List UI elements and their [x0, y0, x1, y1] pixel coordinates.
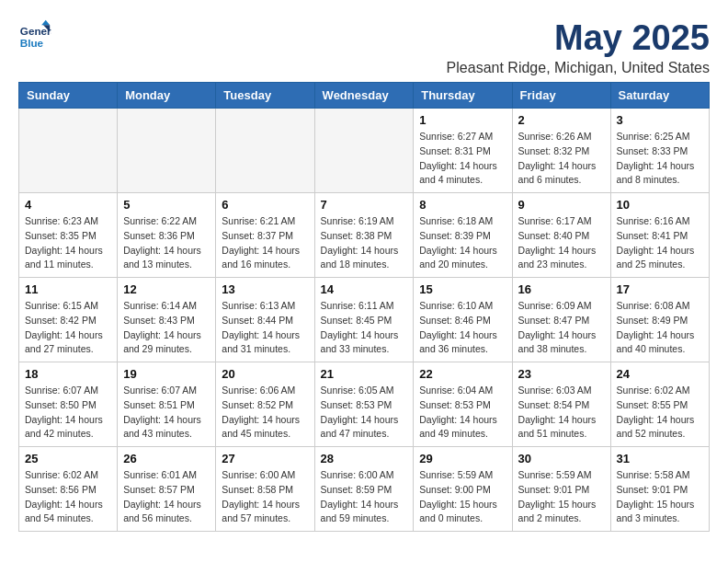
calendar-cell: 1Sunrise: 6:27 AM Sunset: 8:31 PM Daylig… [414, 109, 512, 193]
page-header: General Blue May 2025 Pleasant Ridge, Mi… [18, 18, 710, 76]
day-info: Sunrise: 6:22 AM Sunset: 8:36 PM Dayligh… [123, 214, 210, 272]
day-number: 24 [617, 367, 703, 381]
day-number: 17 [617, 282, 703, 296]
day-number: 8 [419, 198, 506, 212]
day-info: Sunrise: 6:19 AM Sunset: 8:38 PM Dayligh… [321, 214, 408, 272]
logo: General Blue [18, 18, 51, 52]
day-number: 5 [123, 198, 210, 212]
weekday-header-monday: Monday [118, 83, 216, 109]
weekday-header-saturday: Saturday [610, 83, 709, 109]
day-info: Sunrise: 6:21 AM Sunset: 8:37 PM Dayligh… [222, 214, 308, 272]
calendar-cell [216, 109, 314, 193]
calendar-table: SundayMondayTuesdayWednesdayThursdayFrid… [18, 82, 710, 532]
calendar-cell: 24Sunrise: 6:02 AM Sunset: 8:55 PM Dayli… [610, 362, 709, 447]
calendar-cell: 8Sunrise: 6:18 AM Sunset: 8:39 PM Daylig… [414, 193, 512, 278]
weekday-header-tuesday: Tuesday [216, 83, 314, 109]
day-info: Sunrise: 6:17 AM Sunset: 8:40 PM Dayligh… [518, 214, 605, 272]
day-number: 12 [123, 282, 210, 296]
day-number: 11 [25, 282, 111, 296]
calendar-cell [19, 109, 118, 193]
calendar-cell [118, 109, 216, 193]
day-number: 25 [25, 452, 111, 465]
calendar-cell: 5Sunrise: 6:22 AM Sunset: 8:36 PM Daylig… [118, 193, 216, 278]
day-number: 23 [518, 367, 605, 381]
day-info: Sunrise: 5:59 AM Sunset: 9:01 PM Dayligh… [518, 468, 605, 526]
calendar-cell: 28Sunrise: 6:00 AM Sunset: 8:59 PM Dayli… [314, 447, 414, 532]
calendar-cell: 16Sunrise: 6:09 AM Sunset: 8:47 PM Dayli… [512, 278, 610, 362]
calendar-cell: 19Sunrise: 6:07 AM Sunset: 8:51 PM Dayli… [118, 362, 216, 447]
day-number: 28 [321, 452, 408, 465]
day-info: Sunrise: 6:15 AM Sunset: 8:42 PM Dayligh… [25, 299, 111, 357]
day-number: 4 [25, 198, 111, 212]
week-row-5: 25Sunrise: 6:02 AM Sunset: 8:56 PM Dayli… [19, 447, 710, 532]
calendar-cell: 7Sunrise: 6:19 AM Sunset: 8:38 PM Daylig… [314, 193, 414, 278]
calendar-cell: 30Sunrise: 5:59 AM Sunset: 9:01 PM Dayli… [512, 447, 610, 532]
day-number: 30 [518, 452, 605, 465]
day-info: Sunrise: 6:27 AM Sunset: 8:31 PM Dayligh… [419, 130, 506, 188]
day-number: 13 [222, 282, 308, 296]
day-info: Sunrise: 6:14 AM Sunset: 8:43 PM Dayligh… [123, 299, 210, 357]
day-info: Sunrise: 6:13 AM Sunset: 8:44 PM Dayligh… [222, 299, 308, 357]
day-info: Sunrise: 6:26 AM Sunset: 8:32 PM Dayligh… [518, 130, 605, 188]
day-info: Sunrise: 6:02 AM Sunset: 8:55 PM Dayligh… [617, 384, 703, 442]
calendar-cell: 31Sunrise: 5:58 AM Sunset: 9:01 PM Dayli… [610, 447, 709, 532]
day-info: Sunrise: 6:11 AM Sunset: 8:45 PM Dayligh… [321, 299, 408, 357]
day-number: 7 [321, 198, 408, 212]
day-number: 27 [222, 452, 308, 465]
calendar-cell: 6Sunrise: 6:21 AM Sunset: 8:37 PM Daylig… [216, 193, 314, 278]
calendar-cell [314, 109, 414, 193]
svg-marker-2 [41, 20, 50, 25]
day-number: 18 [25, 367, 111, 381]
weekday-header-row: SundayMondayTuesdayWednesdayThursdayFrid… [19, 83, 710, 109]
day-info: Sunrise: 6:00 AM Sunset: 8:58 PM Dayligh… [222, 468, 308, 526]
calendar-cell: 17Sunrise: 6:08 AM Sunset: 8:49 PM Dayli… [610, 278, 709, 362]
day-number: 14 [321, 282, 408, 296]
calendar-cell: 13Sunrise: 6:13 AM Sunset: 8:44 PM Dayli… [216, 278, 314, 362]
day-number: 9 [518, 198, 605, 212]
day-info: Sunrise: 6:10 AM Sunset: 8:46 PM Dayligh… [419, 299, 506, 357]
calendar-cell: 25Sunrise: 6:02 AM Sunset: 8:56 PM Dayli… [19, 447, 118, 532]
day-info: Sunrise: 6:18 AM Sunset: 8:39 PM Dayligh… [419, 214, 506, 272]
week-row-1: 1Sunrise: 6:27 AM Sunset: 8:31 PM Daylig… [19, 109, 710, 193]
day-number: 22 [419, 367, 506, 381]
calendar-cell: 10Sunrise: 6:16 AM Sunset: 8:41 PM Dayli… [610, 193, 709, 278]
day-number: 20 [222, 367, 308, 381]
location-title: Pleasant Ridge, Michigan, United States [447, 60, 710, 76]
day-info: Sunrise: 5:58 AM Sunset: 9:01 PM Dayligh… [617, 468, 703, 526]
calendar-cell: 12Sunrise: 6:14 AM Sunset: 8:43 PM Dayli… [118, 278, 216, 362]
day-number: 26 [123, 452, 210, 465]
weekday-header-friday: Friday [512, 83, 610, 109]
day-number: 31 [617, 452, 703, 465]
day-number: 16 [518, 282, 605, 296]
day-info: Sunrise: 6:16 AM Sunset: 8:41 PM Dayligh… [617, 214, 703, 272]
calendar-cell: 22Sunrise: 6:04 AM Sunset: 8:53 PM Dayli… [414, 362, 512, 447]
calendar-cell: 26Sunrise: 6:01 AM Sunset: 8:57 PM Dayli… [118, 447, 216, 532]
day-info: Sunrise: 6:03 AM Sunset: 8:54 PM Dayligh… [518, 384, 605, 442]
calendar-cell: 14Sunrise: 6:11 AM Sunset: 8:45 PM Dayli… [314, 278, 414, 362]
calendar-cell: 9Sunrise: 6:17 AM Sunset: 8:40 PM Daylig… [512, 193, 610, 278]
day-number: 10 [617, 198, 703, 212]
day-info: Sunrise: 5:59 AM Sunset: 9:00 PM Dayligh… [419, 468, 506, 526]
calendar-cell: 15Sunrise: 6:10 AM Sunset: 8:46 PM Dayli… [414, 278, 512, 362]
calendar-cell: 18Sunrise: 6:07 AM Sunset: 8:50 PM Dayli… [19, 362, 118, 447]
day-info: Sunrise: 6:01 AM Sunset: 8:57 PM Dayligh… [123, 468, 210, 526]
calendar-cell: 2Sunrise: 6:26 AM Sunset: 8:32 PM Daylig… [512, 109, 610, 193]
day-info: Sunrise: 6:08 AM Sunset: 8:49 PM Dayligh… [617, 299, 703, 357]
weekday-header-thursday: Thursday [414, 83, 512, 109]
day-number: 1 [419, 113, 506, 127]
svg-text:Blue: Blue [20, 37, 44, 49]
day-info: Sunrise: 6:05 AM Sunset: 8:53 PM Dayligh… [321, 384, 408, 442]
day-info: Sunrise: 6:04 AM Sunset: 8:53 PM Dayligh… [419, 384, 506, 442]
calendar-cell: 21Sunrise: 6:05 AM Sunset: 8:53 PM Dayli… [314, 362, 414, 447]
day-info: Sunrise: 6:06 AM Sunset: 8:52 PM Dayligh… [222, 384, 308, 442]
calendar-cell: 20Sunrise: 6:06 AM Sunset: 8:52 PM Dayli… [216, 362, 314, 447]
day-number: 15 [419, 282, 506, 296]
week-row-2: 4Sunrise: 6:23 AM Sunset: 8:35 PM Daylig… [19, 193, 710, 278]
day-number: 21 [321, 367, 408, 381]
calendar-cell: 23Sunrise: 6:03 AM Sunset: 8:54 PM Dayli… [512, 362, 610, 447]
day-info: Sunrise: 6:07 AM Sunset: 8:50 PM Dayligh… [25, 384, 111, 442]
day-number: 19 [123, 367, 210, 381]
week-row-4: 18Sunrise: 6:07 AM Sunset: 8:50 PM Dayli… [19, 362, 710, 447]
day-info: Sunrise: 6:23 AM Sunset: 8:35 PM Dayligh… [25, 214, 111, 272]
month-title: May 2025 [447, 18, 710, 58]
